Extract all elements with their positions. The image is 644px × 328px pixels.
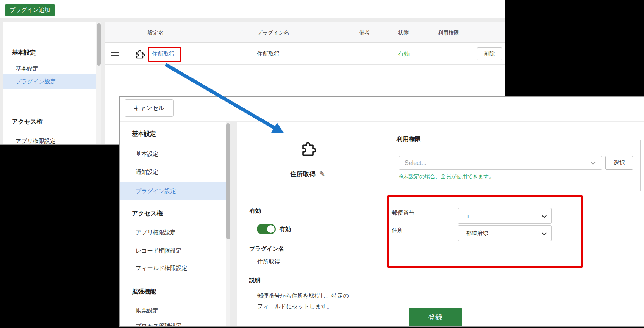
postal-code-select-value: 〒 — [466, 208, 472, 223]
col-remarks: 備考 — [359, 22, 370, 43]
description-line2: フィールドにセットします。 — [257, 301, 349, 312]
permission-select-placeholder: Select... — [405, 156, 427, 169]
col-status: 状態 — [398, 22, 409, 43]
sidebar2-section-extensions: 拡張機能 — [132, 287, 156, 296]
toggle-knob — [267, 225, 275, 233]
sidebar2-item-report-settings[interactable]: 帳票設定 — [136, 306, 158, 315]
add-plugin-button[interactable]: プラグイン追加 — [5, 4, 55, 16]
postal-code-label: 郵便番号 — [392, 209, 414, 217]
plugin-name-cell: 住所取得 — [257, 43, 280, 65]
drag-handle-icon[interactable] — [111, 51, 119, 56]
plugin-detail-main: 住所取得✎ 有効 有効 プラグイン名 住所取得 説明 郵便番号から住所を取得し、… — [237, 122, 644, 326]
sidebar-item-app-permission[interactable]: アプリ権限設定 — [16, 137, 56, 145]
chevron-down-icon — [542, 213, 547, 218]
submit-button[interactable]: 登録 — [409, 308, 462, 327]
sidebar2-item-plugin-settings-selected[interactable]: プラグイン設定 — [120, 182, 230, 200]
enabled-toggle[interactable] — [257, 224, 276, 234]
plugin-table-header: 設定名 プラグイン名 備考 状態 利用権限 — [105, 22, 505, 43]
main-divider — [378, 122, 378, 326]
enabled-heading: 有効 — [250, 207, 261, 215]
sidebar2-section-access-rights: アクセス権 — [132, 209, 163, 218]
plugin-detail-window: キャンセル 基本設定 基本設定 通知設定 プラグイン設定 アクセス権 アプリ権限… — [119, 96, 644, 327]
col-setting-name: 設定名 — [148, 22, 164, 43]
sidebar2-item-plugin-settings-label: プラグイン設定 — [136, 182, 176, 200]
postal-code-select[interactable]: 〒 — [458, 208, 552, 224]
sidebar2-scrollbar[interactable] — [226, 122, 230, 326]
col-usage-permission: 利用権限 — [438, 22, 459, 43]
address-select[interactable]: 都道府県 — [458, 225, 552, 241]
sidebar2-item-basic-settings[interactable]: 基本設定 — [136, 149, 158, 159]
cancel-button[interactable]: キャンセル — [125, 99, 174, 117]
plugin-name-heading: プラグイン名 — [249, 245, 284, 253]
toggle-state-label: 有効 — [280, 226, 291, 233]
edit-pencil-icon[interactable]: ✎ — [319, 170, 325, 178]
plugin-table-row: 住所取得 住所取得 有効 削除 — [105, 43, 505, 65]
sidebar2-item-field-permission[interactable]: フィールド権限設定 — [136, 264, 187, 273]
address-label: 住所 — [392, 227, 403, 234]
sidebar2-item-process-management[interactable]: プロセス管理設定 — [136, 321, 181, 326]
plugin-detail-sidebar: 基本設定 基本設定 通知設定 プラグイン設定 アクセス権 アプリ権限設定 レコー… — [120, 122, 230, 326]
sidebar-item-plugin-settings-label: プラグイン設定 — [16, 74, 56, 89]
sidebar-item-plugin-settings-selected[interactable]: プラグイン設定 — [3, 74, 101, 89]
sidebar2-item-app-permission[interactable]: アプリ権限設定 — [136, 228, 176, 237]
choose-button[interactable]: 選択 — [605, 156, 633, 170]
plugin-name-value: 住所取得 — [257, 258, 280, 265]
select-separator — [585, 159, 585, 167]
plugin-title: 住所取得 — [290, 171, 316, 178]
plugin-list-sidebar: 基本設定 基本設定 通知設定 プラグイン設定 アクセス権 アプリ権限設定 レコー… — [3, 22, 101, 145]
screenshot-stage: プラグイン追加 基本設定 基本設定 通知設定 プラグイン設定 アクセス権 アプリ… — [0, 0, 644, 328]
description-heading: 説明 — [249, 277, 261, 284]
plugin-title-row: 住所取得✎ — [237, 169, 378, 179]
puzzle-icon — [134, 48, 146, 60]
permission-note: ※未設定の場合、全員が使用できます。 — [399, 173, 494, 180]
sidebar2-item-record-permission[interactable]: レコード権限設定 — [136, 246, 181, 255]
sidebar2-item-notification-settings[interactable]: 通知設定 — [136, 168, 158, 177]
status-badge: 有効 — [398, 43, 410, 65]
permission-multiselect[interactable]: Select... — [399, 156, 602, 170]
col-plugin-name: プラグイン名 — [257, 22, 289, 43]
sidebar2-section-basic-settings: 基本設定 — [132, 129, 156, 138]
usage-permission-legend: 利用権限 — [394, 135, 424, 143]
description-text: 郵便番号から住所を取得し、特定の フィールドにセットします。 — [257, 290, 349, 312]
puzzle-icon-large — [298, 138, 318, 158]
plugin-setting-name-link[interactable]: 住所取得 — [152, 43, 175, 65]
plugin-detail-toolbar: キャンセル — [120, 97, 644, 121]
plugin-list-toolbar: プラグイン追加 — [0, 0, 505, 18]
sidebar-item-basic-settings[interactable]: 基本設定 — [16, 64, 38, 73]
sidebar2-scrollbar-thumb[interactable] — [226, 123, 230, 239]
address-select-value: 都道府県 — [466, 226, 489, 241]
chevron-down-icon — [542, 231, 547, 235]
chevron-down-icon — [591, 160, 596, 165]
delete-button[interactable]: 削除 — [477, 47, 502, 60]
sidebar-scrollbar[interactable] — [96, 22, 101, 145]
description-line1: 郵便番号から住所を取得し、特定の — [257, 290, 349, 301]
sidebar-scrollbar-thumb[interactable] — [97, 23, 101, 66]
sidebar-section-access-rights: アクセス権 — [12, 117, 43, 126]
sidebar-section-basic-settings: 基本設定 — [12, 48, 36, 57]
